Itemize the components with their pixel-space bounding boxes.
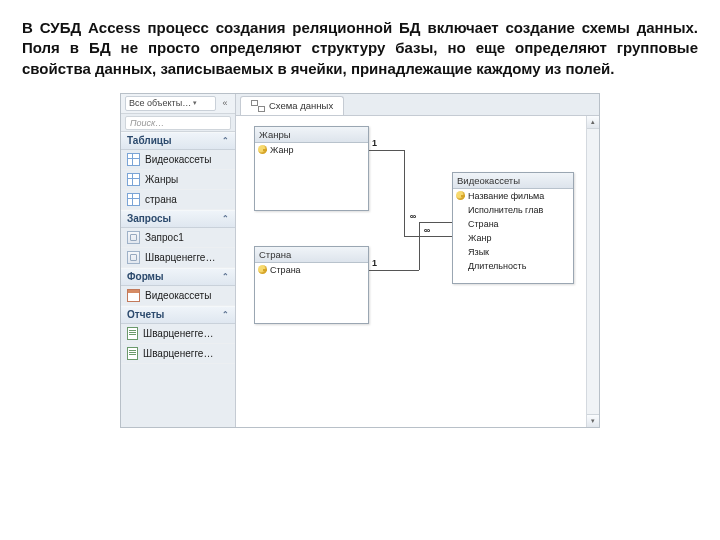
nav-item-report[interactable]: Шварценегге… [121, 324, 235, 344]
relation-cardinality-one: 1 [372, 138, 377, 148]
nav-item-table[interactable]: Видеокассеты [121, 150, 235, 170]
relationship-line[interactable] [419, 222, 420, 270]
description-paragraph: В СУБД Access процесс создания реляционн… [22, 18, 698, 79]
chevron-down-icon: ▾ [193, 99, 197, 107]
table-box-genre[interactable]: Жанры Жанр [254, 126, 369, 211]
primary-key-icon [456, 191, 465, 200]
field-row[interactable]: Жанр [453, 231, 573, 245]
navigation-pane: Все объекты… ▾ « Поиск… Таблицы⌃ Видеока… [121, 94, 236, 427]
query-icon [127, 251, 140, 264]
nav-item-query[interactable]: Запрос1 [121, 228, 235, 248]
table-box-video[interactable]: Видеокассеты Название фильма Исполнитель… [452, 172, 574, 284]
nav-category-label: Все объекты… [129, 98, 191, 108]
nav-item-form[interactable]: Видеокассеты [121, 286, 235, 306]
relationships-icon [251, 100, 265, 112]
relation-cardinality-one: 1 [372, 258, 377, 268]
nav-header: Все объекты… ▾ « [121, 94, 235, 114]
nav-collapse-button[interactable]: « [219, 96, 231, 110]
table-box-title: Видеокассеты [453, 173, 573, 189]
table-icon [127, 173, 140, 186]
nav-item-query[interactable]: Шварценегге… [121, 248, 235, 268]
form-icon [127, 289, 140, 302]
field-row[interactable]: Страна [255, 263, 368, 277]
relation-cardinality-many: ∞ [422, 226, 432, 236]
nav-item-report[interactable]: Шварценегге… [121, 344, 235, 364]
table-box-country[interactable]: Страна Страна [254, 246, 369, 324]
nav-group-tables[interactable]: Таблицы⌃ [121, 132, 235, 150]
nav-search-row: Поиск… [121, 114, 235, 132]
access-window: Все объекты… ▾ « Поиск… Таблицы⌃ Видеока… [120, 93, 600, 428]
field-row[interactable]: Название фильма [453, 189, 573, 203]
nav-group-queries[interactable]: Запросы⌃ [121, 210, 235, 228]
scroll-up-button[interactable]: ▴ [587, 116, 599, 129]
report-icon [127, 347, 138, 360]
field-row[interactable]: Страна [453, 217, 573, 231]
field-row[interactable]: Длительность [453, 259, 573, 273]
scroll-down-button[interactable]: ▾ [587, 414, 599, 427]
nav-category-dropdown[interactable]: Все объекты… ▾ [125, 96, 216, 111]
report-icon [127, 327, 138, 340]
relationship-line[interactable] [404, 150, 405, 236]
table-icon [127, 193, 140, 206]
relationship-line[interactable] [369, 270, 419, 271]
document-tab[interactable]: Схема данных [240, 96, 344, 115]
relationship-line[interactable] [419, 222, 452, 223]
work-area: Схема данных Жанры Жанр Страна Страна [236, 94, 599, 427]
nav-item-table[interactable]: страна [121, 190, 235, 210]
document-tabstrip: Схема данных [236, 94, 599, 116]
field-row[interactable]: Язык [453, 245, 573, 259]
chevron-up-icon: ⌃ [222, 272, 229, 281]
table-box-title: Жанры [255, 127, 368, 143]
chevron-up-icon: ⌃ [222, 310, 229, 319]
primary-key-icon [258, 145, 267, 154]
field-row[interactable]: Жанр [255, 143, 368, 157]
table-icon [127, 153, 140, 166]
nav-group-forms[interactable]: Формы⌃ [121, 268, 235, 286]
field-row[interactable]: Исполнитель глав [453, 203, 573, 217]
primary-key-icon [258, 265, 267, 274]
vertical-scrollbar[interactable]: ▴ ▾ [586, 116, 599, 427]
relationships-canvas[interactable]: Жанры Жанр Страна Страна Видеокассеты На… [236, 116, 599, 427]
nav-group-reports[interactable]: Отчеты⌃ [121, 306, 235, 324]
query-icon [127, 231, 140, 244]
nav-item-table[interactable]: Жанры [121, 170, 235, 190]
nav-search-input[interactable]: Поиск… [125, 116, 231, 130]
table-box-title: Страна [255, 247, 368, 263]
chevron-up-icon: ⌃ [222, 214, 229, 223]
relation-cardinality-many: ∞ [408, 212, 418, 222]
relationship-line[interactable] [369, 150, 404, 151]
chevron-up-icon: ⌃ [222, 136, 229, 145]
